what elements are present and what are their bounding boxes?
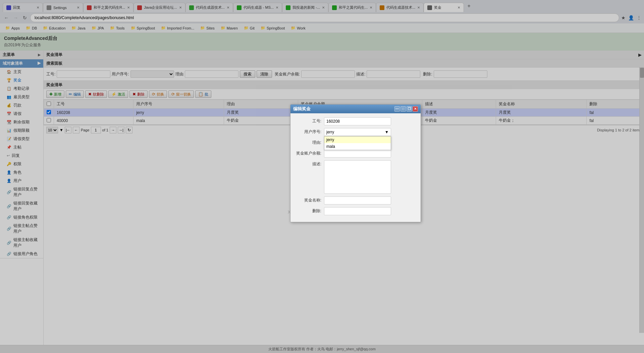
modal-close-button[interactable]: ✕ (413, 106, 418, 112)
dropdown-arrow-icon: ▼ (385, 130, 389, 134)
modal-user-seq-select[interactable]: jerry ▼ jerry mala (324, 128, 391, 136)
modal-work-no-input[interactable] (324, 117, 391, 125)
dropdown-item-mala[interactable]: mala (324, 143, 391, 150)
modal-delete-input[interactable] (324, 207, 391, 215)
modal-desc-label: 描述: (294, 160, 321, 167)
modal-bonus-name-input[interactable] (324, 196, 391, 204)
edit-bonus-modal: 编辑奖金 — □ ❐ ✕ 工号: 用户序号: jerry ▼ (290, 104, 421, 222)
dropdown-item-jerry[interactable]: jerry (324, 136, 391, 143)
modal-work-no-label: 工号: (294, 117, 321, 124)
modal-bonus-balance-label: 奖金账户余额: (294, 150, 321, 156)
modal-bonus-name-label: 奖金名称: (294, 196, 321, 203)
modal-maximize-button[interactable]: □ (400, 106, 406, 112)
modal-delete-label: 删除: (294, 207, 321, 214)
modal-bonus-balance-input[interactable] (324, 150, 391, 158)
modal-user-seq-value[interactable]: jerry ▼ (324, 128, 391, 136)
modal-desc-textarea[interactable] (324, 160, 391, 194)
modal-restore-button[interactable]: ❐ (407, 106, 412, 112)
modal-reason-label: 理由: (294, 139, 321, 145)
modal-header: 编辑奖金 — □ ❐ ✕ (290, 105, 421, 113)
modal-overlay: 编辑奖金 — □ ❐ ✕ 工号: 用户序号: jerry ▼ (0, 0, 644, 353)
modal-dropdown: jerry mala (324, 136, 391, 150)
modal-user-seq-label: 用户序号: (294, 128, 321, 135)
modal-title: 编辑奖金 (293, 106, 311, 112)
modal-minimize-button[interactable]: — (394, 106, 400, 112)
